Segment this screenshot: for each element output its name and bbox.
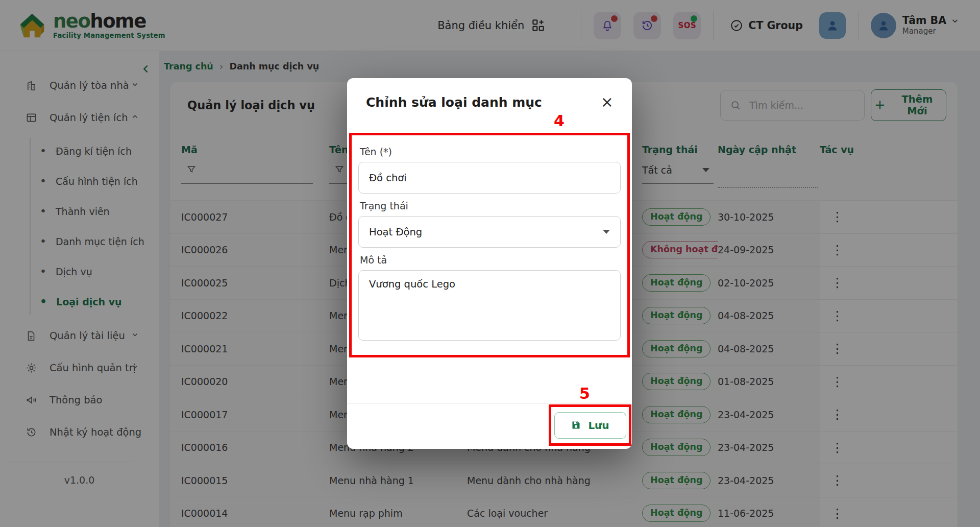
description-field-label: Mô tả [360, 254, 621, 266]
modal-footer-divider [347, 403, 632, 404]
caret-down-icon [603, 230, 610, 234]
description-textarea[interactable]: Vương quốc Lego [358, 270, 621, 341]
edit-category-modal: Chỉnh sửa loại danh mục × 4 Tên (*) Trạn… [347, 78, 632, 449]
status-select[interactable]: Hoạt Động [358, 216, 621, 248]
name-field-label: Tên (*) [360, 146, 621, 157]
annotation-box-form: Tên (*) Trạng thái Hoạt Động Mô tả Vương… [349, 133, 630, 357]
annotation-step-4: 4 [554, 112, 565, 130]
name-input[interactable] [358, 162, 621, 194]
save-button[interactable]: Lưu [554, 412, 626, 439]
annotation-step-5: 5 [579, 385, 590, 402]
close-icon[interactable]: × [601, 94, 614, 110]
status-field-label: Trạng thái [360, 200, 621, 211]
modal-title: Chỉnh sửa loại danh mục [366, 95, 542, 110]
annotation-box-save: Lưu [549, 404, 631, 446]
save-icon [571, 420, 581, 430]
